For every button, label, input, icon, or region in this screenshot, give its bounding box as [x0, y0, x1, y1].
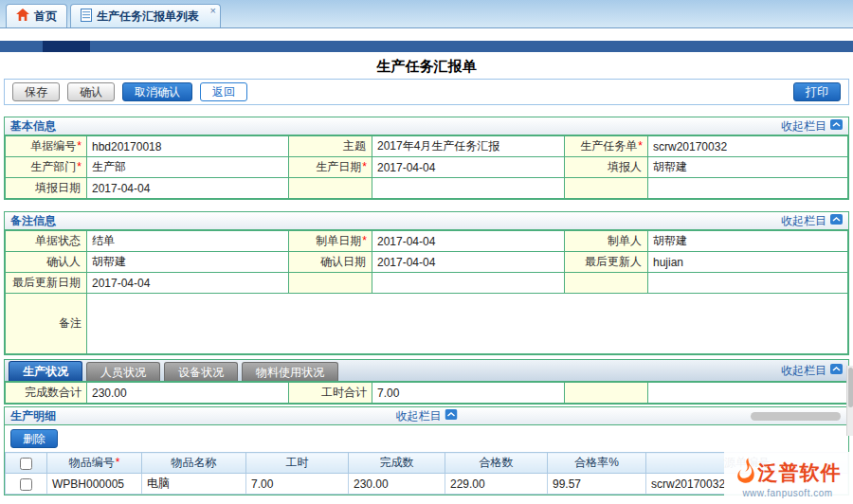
brand-logo-icon [735, 458, 755, 487]
status-summary-table: 完成数合计 230.00 工时合计 7.00 [5, 382, 848, 404]
cancel-confirm-button[interactable]: 取消确认 [122, 82, 192, 101]
watermark: 泛普软件 www.fanpusoft.com [724, 452, 851, 504]
tab-scroll-strip[interactable] [0, 41, 853, 52]
save-button[interactable]: 保存 [12, 82, 60, 101]
tab-scroll-thumb[interactable] [43, 41, 90, 52]
row-checkbox[interactable] [20, 478, 32, 491]
column-header-hours: 工时 [246, 453, 349, 474]
table-row[interactable]: WPBH000005 电脑 7.00 230.00 229.00 99.57 s… [6, 474, 848, 495]
back-button[interactable]: 返回 [200, 82, 247, 101]
status-tab-strip: 生产状况 人员状况 设备状况 物料使用状况 收起栏目 [5, 360, 848, 382]
field-label [289, 273, 372, 294]
field-value: 2017-04-04 [87, 273, 289, 294]
field-value: 2017-04-04 [372, 157, 565, 178]
window-tab-home[interactable]: 首页 [6, 4, 67, 27]
print-button[interactable]: 打印 [793, 82, 841, 101]
required-mark: * [638, 139, 643, 153]
basic-info-table: 单据编号* hbd20170018 主题 2017年4月生产任务汇报 生产任务单… [5, 135, 848, 199]
application-window: 首页 生产任务汇报单列表 × 生产任务汇报单 保存 确认 取消确认 返回 打印 … [0, 0, 853, 504]
section-remark-info: 备注信息 收起栏目 单据状态 结单 制单日期* 2017-04-04 制单人 胡… [4, 211, 849, 355]
field-value: hbd20170018 [87, 136, 289, 157]
cell-qualified: 229.00 [445, 474, 548, 495]
collapse-link[interactable]: 收起栏目 [781, 363, 843, 379]
field-value [648, 273, 848, 294]
field-label: 单据编号* [6, 136, 87, 157]
field-value: scrw20170032 [648, 136, 848, 157]
section-remark-title: 备注信息 [10, 213, 56, 229]
delete-button[interactable]: 删除 [10, 429, 58, 448]
memo-label: 备注 [6, 294, 87, 354]
field-value: 2017年4月生产任务汇报 [372, 136, 565, 157]
required-mark: * [362, 234, 367, 247]
window-tab-report-list[interactable]: 生产任务汇报单列表 × [70, 4, 221, 27]
table-row: 确认人 胡帮建 确认日期 2017-04-04 最后更新人 hujian [6, 252, 848, 273]
detail-toolbar: 删除 [5, 425, 848, 452]
field-label: 填报人 [565, 157, 648, 178]
collapse-link-label: 收起栏目 [781, 118, 826, 135]
field-label: 单据状态 [6, 231, 87, 252]
field-label: 生产任务单* [565, 136, 648, 157]
home-icon [16, 9, 29, 24]
tab-equipment-status[interactable]: 设备状况 [164, 362, 238, 381]
table-row: 生产部门* 生产部 生产日期* 2017-04-04 填报人 胡帮建 [6, 157, 848, 178]
section-detail-title: 生产明细 [10, 408, 56, 424]
vertical-scrollbar-thumb[interactable] [848, 368, 853, 407]
column-header-item-name: 物品名称 [142, 453, 246, 474]
section-basic-info: 基本信息 收起栏目 单据编号* hbd20170018 主题 2017年4月生产… [4, 117, 849, 200]
collapse-link-label: 收起栏目 [781, 363, 826, 379]
field-label: 生产日期* [289, 157, 372, 178]
tab-production-status[interactable]: 生产状况 [9, 361, 82, 381]
field-label: 工时合计 [289, 383, 372, 404]
field-label: 主题 [289, 136, 372, 157]
field-label [289, 178, 372, 199]
field-label: 最后更新人 [565, 252, 648, 273]
select-all-cell [6, 453, 47, 474]
grid-header-row: 物品编号* 物品名称 工时 完成数 合格数 合格率% 源单编号 [6, 453, 848, 474]
required-mark: * [116, 456, 120, 469]
tab-material-usage-status[interactable]: 物料使用状况 [242, 362, 338, 381]
toolbar: 保存 确认 取消确认 返回 打印 [4, 79, 849, 105]
select-all-checkbox[interactable] [20, 458, 32, 470]
section-basic-header: 基本信息 收起栏目 [5, 117, 848, 135]
field-label: 制单人 [565, 231, 648, 252]
collapse-icon [830, 364, 843, 377]
collapse-icon [445, 409, 458, 423]
field-value: 胡帮建 [648, 157, 848, 178]
detail-grid: 物品编号* 物品名称 工时 完成数 合格数 合格率% 源单编号 WPBH0000… [5, 452, 848, 495]
cell-completed: 230.00 [349, 474, 445, 495]
field-label [565, 383, 648, 404]
brand-name: 泛普软件 [758, 459, 842, 486]
remark-info-table: 单据状态 结单 制单日期* 2017-04-04 制单人 胡帮建 确认人 胡帮建… [5, 230, 848, 354]
close-icon[interactable]: × [210, 5, 216, 16]
vertical-scrollbar[interactable] [846, 366, 853, 436]
tab-personnel-status[interactable]: 人员状况 [86, 362, 160, 381]
document-icon [81, 9, 92, 25]
field-value: 胡帮建 [87, 252, 289, 273]
field-value: 2017-04-04 [372, 252, 565, 273]
field-value: 2017-04-04 [87, 178, 289, 199]
field-value [648, 383, 848, 404]
brand-url: www.fanpusoft.com [742, 488, 832, 498]
table-row: 填报日期 2017-04-04 [6, 178, 848, 199]
cell-rate: 99.57 [548, 474, 646, 495]
confirm-button[interactable]: 确认 [67, 82, 115, 101]
row-select-cell [6, 474, 47, 495]
table-row: 单据编号* hbd20170018 主题 2017年4月生产任务汇报 生产任务单… [6, 136, 848, 157]
column-header-completed: 完成数 [349, 453, 445, 474]
field-label: 确认日期 [289, 252, 372, 273]
table-row: 完成数合计 230.00 工时合计 7.00 [6, 383, 848, 404]
required-mark: * [362, 160, 367, 173]
column-header-rate: 合格率% [548, 453, 646, 474]
collapse-link[interactable]: 收起栏目 [396, 407, 458, 424]
required-mark: * [77, 139, 82, 153]
table-row: 备注 [6, 294, 848, 354]
field-value: 生产部 [87, 157, 289, 178]
horizontal-scrollbar-thumb[interactable] [751, 412, 841, 421]
field-label: 最后更新日期 [6, 273, 87, 294]
collapse-link[interactable]: 收起栏目 [781, 118, 843, 135]
section-basic-title: 基本信息 [10, 118, 56, 135]
section-status: 生产状况 人员状况 设备状况 物料使用状况 收起栏目 完成数合计 230.00 … [4, 359, 849, 405]
collapse-icon [830, 214, 843, 227]
collapse-link[interactable]: 收起栏目 [781, 213, 843, 229]
section-production-detail: 生产明细 收起栏目 删除 物品编号* 物品名称 工时 完成数 合格数 合格率% … [4, 406, 849, 495]
